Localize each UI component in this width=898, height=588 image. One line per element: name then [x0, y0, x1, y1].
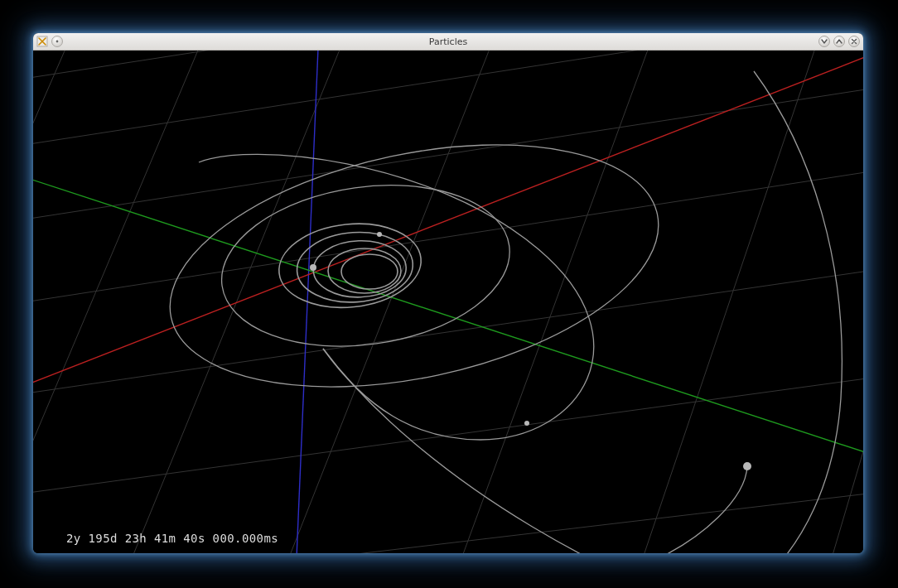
- axis-y: [33, 166, 863, 465]
- titlebar[interactable]: Particles: [33, 33, 863, 51]
- simulation-viewport[interactable]: 2y 195d 23h 41m 40s 000.000ms: [33, 51, 863, 553]
- axes: [33, 51, 863, 553]
- svg-line-10: [33, 51, 215, 553]
- svg-point-17: [211, 167, 520, 364]
- desktop: Particles: [0, 0, 898, 588]
- grid: [33, 51, 863, 553]
- svg-point-22: [341, 254, 398, 289]
- svg-line-5: [33, 166, 863, 307]
- svg-line-6: [33, 266, 863, 398]
- app-x-icon: [36, 36, 48, 47]
- axis-x: [33, 51, 863, 398]
- app-window: Particles: [33, 33, 863, 553]
- svg-line-3: [33, 51, 863, 150]
- sticky-button[interactable]: [51, 36, 63, 47]
- scene-svg: [33, 51, 863, 553]
- simulation-time: 2y 195d 23h 41m 40s 000.000ms: [66, 532, 278, 545]
- minimize-button[interactable]: [818, 36, 830, 47]
- svg-line-15: [820, 51, 863, 553]
- particle: [310, 264, 316, 271]
- svg-line-14: [630, 51, 828, 553]
- svg-line-7: [33, 374, 863, 498]
- svg-line-9: [33, 51, 83, 553]
- particle: [377, 232, 382, 237]
- window-title: Particles: [33, 36, 863, 47]
- svg-point-1: [56, 41, 59, 43]
- particle: [743, 462, 751, 470]
- svg-point-16: [147, 105, 680, 427]
- particle: [524, 421, 529, 426]
- svg-line-2: [33, 51, 863, 84]
- orbit-trails: [147, 71, 842, 553]
- titlebar-left-controls: [33, 33, 63, 50]
- titlebar-right-controls: [818, 33, 863, 50]
- particles: [310, 232, 751, 470]
- close-button[interactable]: [848, 36, 860, 47]
- maximize-button[interactable]: [833, 36, 845, 47]
